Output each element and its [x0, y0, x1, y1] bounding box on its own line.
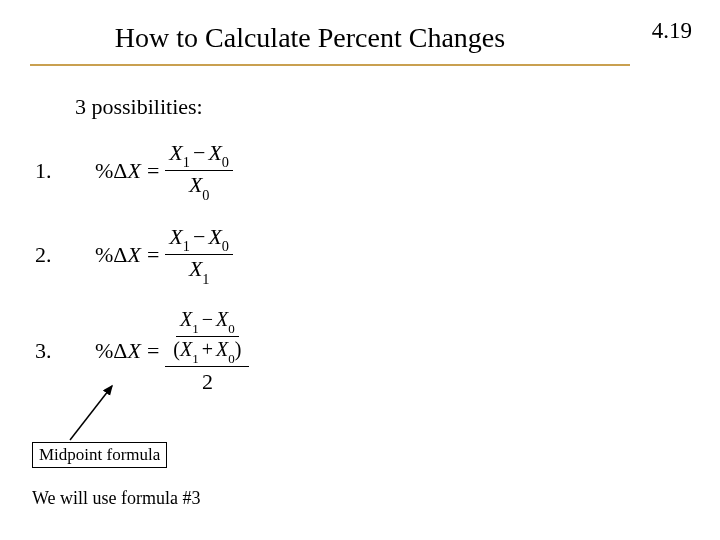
subscript: 0: [228, 321, 235, 336]
denominator: X0: [185, 171, 214, 201]
percent-sign: %: [95, 242, 113, 267]
numerator: X1−X0 (X1+X0): [165, 308, 249, 367]
var-x: X: [127, 158, 140, 183]
list-item: 3. %ΔX = X1−X0 (X1+X0) 2: [35, 308, 720, 395]
item-number: 3.: [35, 338, 95, 364]
denominator: X1: [185, 255, 214, 285]
inner-denominator: (X1+X0): [169, 337, 245, 365]
var-x: X: [189, 172, 202, 197]
subscript: 0: [202, 187, 209, 203]
item-number: 2.: [35, 242, 95, 268]
midpoint-label-box: Midpoint formula: [32, 442, 167, 468]
percent-sign: %: [95, 158, 113, 183]
minus-sign: −: [193, 140, 205, 165]
right-paren: ): [235, 338, 242, 360]
var-x: X: [127, 338, 140, 363]
subscript: 0: [222, 238, 229, 254]
subtitle: 3 possibilities:: [75, 94, 720, 120]
subscript: 1: [183, 154, 190, 170]
delta-symbol: Δ: [113, 242, 127, 267]
title-divider: [30, 64, 630, 66]
numerator: X1−X0: [165, 140, 233, 171]
fraction: X1−X0 (X1+X0) 2: [165, 308, 249, 395]
var-x: X: [189, 256, 202, 281]
fraction: X1−X0 X1: [165, 224, 233, 286]
var-x: X: [180, 308, 192, 330]
subscript: 1: [183, 238, 190, 254]
var-x: X: [208, 140, 221, 165]
fraction: X1−X0 X0: [165, 140, 233, 202]
formula: %ΔX = X1−X0 X0: [95, 140, 233, 202]
minus-sign: −: [193, 224, 205, 249]
denominator: 2: [198, 367, 217, 395]
delta-symbol: Δ: [113, 158, 127, 183]
equals-sign: =: [147, 338, 159, 364]
var-x: X: [216, 308, 228, 330]
formula-lhs: %ΔX: [95, 158, 141, 184]
page-number: 4.19: [652, 18, 692, 44]
inner-numerator: X1−X0: [176, 308, 239, 337]
minus-sign: −: [202, 308, 213, 330]
formula-lhs: %ΔX: [95, 242, 141, 268]
var-x: X: [169, 224, 182, 249]
formula-lhs: %ΔX: [95, 338, 141, 364]
inner-fraction: X1−X0 (X1+X0): [169, 308, 245, 365]
percent-sign: %: [95, 338, 113, 363]
formula: %ΔX = X1−X0 X1: [95, 224, 233, 286]
var-x: X: [169, 140, 182, 165]
subscript: 1: [192, 321, 199, 336]
subscript: 1: [192, 351, 199, 366]
delta-symbol: Δ: [113, 338, 127, 363]
subscript: 0: [228, 351, 235, 366]
var-x: X: [216, 338, 228, 360]
formula-list: 1. %ΔX = X1−X0 X0 2. %ΔX = X1−X0 X1 3. %…: [35, 140, 720, 395]
subscript: 1: [202, 271, 209, 287]
var-x: X: [180, 338, 192, 360]
page-title: How to Calculate Percent Changes: [30, 0, 590, 64]
list-item: 1. %ΔX = X1−X0 X0: [35, 140, 720, 202]
equals-sign: =: [147, 242, 159, 268]
equals-sign: =: [147, 158, 159, 184]
formula: %ΔX = X1−X0 (X1+X0) 2: [95, 308, 249, 395]
var-x: X: [127, 242, 140, 267]
var-x: X: [208, 224, 221, 249]
plus-sign: +: [202, 338, 213, 360]
item-number: 1.: [35, 158, 95, 184]
list-item: 2. %ΔX = X1−X0 X1: [35, 224, 720, 286]
numerator: X1−X0: [165, 224, 233, 255]
subscript: 0: [222, 154, 229, 170]
footnote: We will use formula #3: [32, 488, 201, 509]
